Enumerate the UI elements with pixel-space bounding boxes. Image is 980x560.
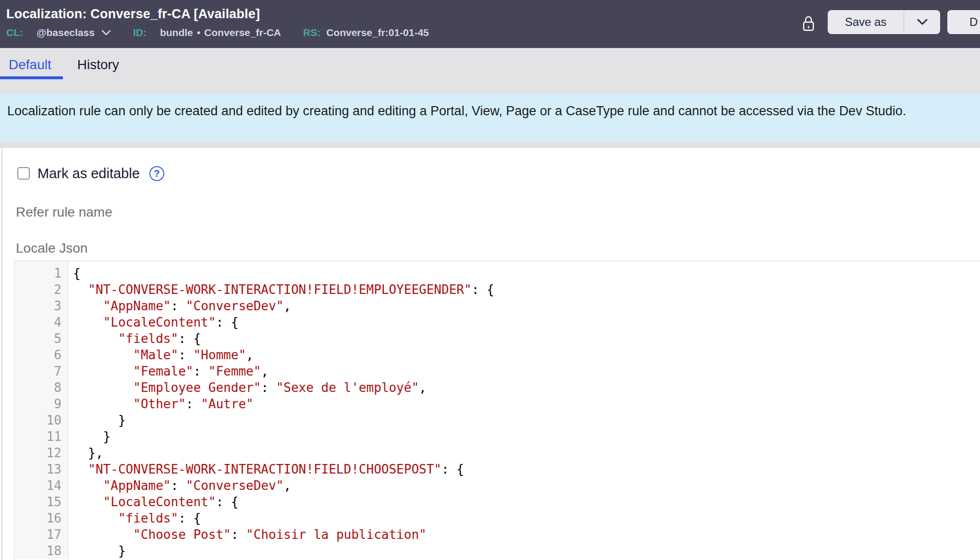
- info-banner-text: Localization rule can only be created an…: [7, 104, 906, 118]
- code-text: "AppName": "ConverseDev",: [68, 298, 291, 314]
- ruleset-value: Converse_fr:01-01-45: [326, 27, 429, 38]
- code-line[interactable]: 9 "Other": "Autre": [14, 396, 980, 412]
- line-number: 12: [14, 445, 68, 461]
- code-line[interactable]: 8 "Employee Gender": "Sexe de l'employé"…: [14, 379, 980, 396]
- code-line[interactable]: 17 "Choose Post": "Choisir la publicatio…: [14, 526, 980, 543]
- tab-bar: Default History: [0, 48, 980, 93]
- code-text: {: [68, 265, 81, 281]
- info-banner: Localization rule can only be created an…: [0, 93, 980, 142]
- line-number: 8: [14, 379, 68, 396]
- code-line[interactable]: 3 "AppName": "ConverseDev",: [14, 298, 980, 314]
- id-label: ID:: [133, 27, 147, 38]
- line-number: 14: [14, 477, 68, 494]
- app-header: Localization: Converse_fr-CA [Available]…: [0, 0, 980, 48]
- code-line[interactable]: 13 "NT-CONVERSE-WORK-INTERACTION!FIELD!C…: [14, 461, 980, 477]
- code-line[interactable]: 4 "LocaleContent": {: [14, 314, 980, 330]
- code-line[interactable]: 14 "AppName": "ConverseDev",: [14, 477, 980, 494]
- header-secondary-button[interactable]: D: [947, 10, 980, 34]
- code-text: "NT-CONVERSE-WORK-INTERACTION!FIELD!EMPL…: [68, 281, 494, 298]
- code-line[interactable]: 12 },: [14, 445, 980, 461]
- code-line[interactable]: 7 "Female": "Femme",: [14, 363, 980, 379]
- rule-form-content: Mark as editable ? Refer rule name Local…: [0, 148, 980, 560]
- chevron-down-icon[interactable]: [101, 30, 111, 36]
- mark-as-editable-row: Mark as editable ?: [17, 166, 980, 181]
- line-number: 18: [14, 543, 68, 559]
- code-line[interactable]: 5 "fields": {: [14, 330, 980, 347]
- code-text: "Male": "Homme",: [68, 347, 254, 363]
- line-number: 15: [14, 494, 68, 510]
- line-number: 17: [14, 526, 68, 543]
- rule-id-value: bundle•Converse_fr-CA: [160, 27, 281, 38]
- ruleset-label: RS:: [303, 27, 320, 38]
- code-text: "Female": "Femme",: [68, 363, 269, 379]
- class-label: CL:: [6, 27, 23, 38]
- refer-rule-name-label: Refer rule name: [16, 205, 980, 219]
- code-text: "Other": "Autre": [68, 396, 254, 412]
- code-line[interactable]: 11 }: [14, 428, 980, 445]
- line-number: 5: [14, 330, 68, 347]
- line-number: 4: [14, 314, 68, 330]
- code-text: "AppName": "ConverseDev",: [68, 477, 291, 494]
- code-text: "LocaleContent": {: [68, 314, 238, 330]
- line-number: 7: [14, 363, 68, 379]
- line-number: 16: [14, 510, 68, 526]
- save-as-menu-chevron-icon[interactable]: [904, 19, 940, 25]
- save-as-split-button[interactable]: Save as: [828, 10, 940, 34]
- line-number: 9: [14, 396, 68, 412]
- code-line[interactable]: 1{: [14, 265, 980, 281]
- code-line[interactable]: 18 }: [14, 543, 980, 559]
- mark-as-editable-checkbox[interactable]: [17, 167, 30, 180]
- tab-default[interactable]: Default: [0, 48, 63, 79]
- code-text: "fields": {: [68, 510, 201, 526]
- code-text: },: [68, 445, 103, 461]
- code-text: }: [68, 428, 110, 445]
- tab-history[interactable]: History: [66, 48, 131, 79]
- line-number: 11: [14, 428, 68, 445]
- class-selector[interactable]: @baseclass: [37, 27, 95, 38]
- line-number: 10: [14, 412, 68, 428]
- locale-json-label: Locale Json: [16, 241, 980, 256]
- lock-icon[interactable]: [803, 15, 814, 34]
- line-number: 1: [14, 265, 68, 281]
- line-number: 3: [14, 298, 68, 314]
- code-line[interactable]: 15 "LocaleContent": {: [14, 494, 980, 510]
- code-line[interactable]: 2 "NT-CONVERSE-WORK-INTERACTION!FIELD!EM…: [14, 281, 980, 298]
- line-number: 6: [14, 347, 68, 363]
- code-text: }: [68, 543, 126, 559]
- code-text: "Employee Gender": "Sexe de l'employé",: [68, 379, 427, 396]
- bullet-separator: •: [193, 27, 204, 38]
- code-line[interactable]: 10 }: [14, 412, 980, 428]
- help-icon[interactable]: ?: [149, 166, 164, 181]
- code-line[interactable]: 6 "Male": "Homme",: [14, 347, 980, 363]
- code-text: "LocaleContent": {: [68, 494, 238, 510]
- editor-lines: 1{2 "NT-CONVERSE-WORK-INTERACTION!FIELD!…: [14, 261, 980, 559]
- code-text: "NT-CONVERSE-WORK-INTERACTION!FIELD!CHOO…: [68, 461, 464, 477]
- mark-as-editable-label: Mark as editable: [37, 166, 140, 182]
- code-text: }: [68, 412, 126, 428]
- save-as-button[interactable]: Save as: [828, 15, 904, 29]
- line-number: 13: [14, 461, 68, 477]
- code-text: "fields": {: [68, 330, 201, 347]
- code-editor[interactable]: 1{2 "NT-CONVERSE-WORK-INTERACTION!FIELD!…: [14, 261, 980, 559]
- line-number: 2: [14, 281, 68, 298]
- section-divider: [0, 142, 980, 148]
- code-line[interactable]: 16 "fields": {: [14, 510, 980, 526]
- code-text: "Choose Post": "Choisir la publication": [68, 526, 427, 543]
